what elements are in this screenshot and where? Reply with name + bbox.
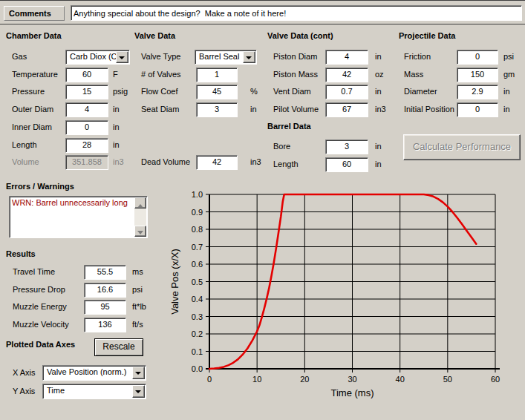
valve-seat-diam-unit: in xyxy=(250,105,257,114)
chamber-temperature-input[interactable]: 60 xyxy=(65,68,108,82)
barrel-bore-input[interactable]: 3 xyxy=(325,140,368,154)
projectile-initial-position-label: Initial Position xyxy=(404,105,454,114)
valve_cont-piston-diam-label: Piston Diam xyxy=(273,52,317,61)
chamber-inner-diam-unit: in xyxy=(113,122,120,131)
tick-label: 0.0 xyxy=(192,364,203,373)
tick-label: 0.1 xyxy=(192,347,203,356)
x-axis-selected-value: Valve Position (norm.) xyxy=(47,367,126,376)
barrel-bore-unit: in xyxy=(375,142,382,151)
barrel-length-label: Length xyxy=(273,160,299,168)
chamber-pressure-input[interactable]: 15 xyxy=(65,85,108,99)
tick-label: 0.9 xyxy=(192,208,203,217)
projectile-mass-label: Mass xyxy=(404,70,423,79)
valve-flow-coef-input[interactable]: 45 xyxy=(196,85,238,99)
barrel-length-input[interactable]: 60 xyxy=(325,157,368,172)
valve_cont-piston-mass-input[interactable]: 42 xyxy=(325,68,368,82)
valve_cont-pilot-volume-unit: in3 xyxy=(375,105,386,114)
projectile-header: Projectile Data xyxy=(399,31,455,40)
calculate-performance-button: Calculate Performance xyxy=(403,134,521,160)
chamber-length-label: Length xyxy=(12,140,37,149)
scroll-down-button[interactable] xyxy=(134,226,146,237)
rescale-button[interactable]: Rescale xyxy=(94,338,143,356)
valve-flow-coef-unit: % xyxy=(250,87,258,96)
results-muzzle-energy-input[interactable]: 95 xyxy=(84,300,126,315)
x-axis-label: X Axis xyxy=(13,368,36,377)
valve-seat-diam-label: Seat Diam xyxy=(141,105,179,114)
chevron-down-icon xyxy=(243,51,255,63)
chamber-outer-diam-input[interactable]: 4 xyxy=(65,102,108,117)
projectile-friction-input[interactable]: 0 xyxy=(457,50,498,65)
chamber-header: Chamber Data xyxy=(6,31,62,40)
tick-label: 0.3 xyxy=(192,312,203,321)
chamber-pressure-unit: psig xyxy=(113,87,128,96)
chamber-volume-label: Volume xyxy=(12,157,39,166)
projectile-friction-label: Friction xyxy=(404,52,431,61)
y-axis-select[interactable]: Time xyxy=(42,384,146,399)
chamber-gas-select[interactable]: Carb Diox (CO xyxy=(65,50,130,65)
chevron-down-icon xyxy=(132,367,145,379)
valve_cont-piston-diam-unit: in xyxy=(375,52,382,61)
chamber-inner-diam-label: Inner Diam xyxy=(12,122,52,131)
projectile-diameter-unit: in xyxy=(503,87,510,96)
valve-valve-type-select[interactable]: Barrel Seal xyxy=(195,50,257,65)
chamber-length-unit: in xyxy=(113,140,120,149)
y-axis-label: Y Axis xyxy=(13,387,35,396)
projectile-mass-unit: gm xyxy=(503,70,515,79)
chamber-volume-unit: in3 xyxy=(113,157,124,166)
tick-label: 0.8 xyxy=(192,225,203,234)
tick-label: 0.7 xyxy=(192,243,203,252)
valve-position-chart: 0.00.10.20.30.40.50.60.70.80.91.00102030… xyxy=(169,184,525,420)
plot-canvas: 0.00.10.20.30.40.50.60.70.80.91.00102030… xyxy=(169,184,525,420)
valve_cont-piston-diam-input[interactable]: 4 xyxy=(325,50,368,65)
x-axis-select[interactable]: Valve Position (norm.) xyxy=(42,365,146,381)
results-muzzle-velocity-unit: ft/s xyxy=(132,320,143,329)
barrel-header: Barrel Data xyxy=(267,122,311,131)
hgdt-main-window: Comments Chamber DataGasCarb Diox (COTem… xyxy=(0,0,525,420)
valve_cont-pilot-volume-input[interactable]: 67 xyxy=(325,102,368,117)
projectile-friction-unit: psi xyxy=(503,52,514,61)
valve_cont-vent-diam-input[interactable]: 0.7 xyxy=(325,85,368,99)
chamber-inner-diam-input[interactable]: 0 xyxy=(65,120,108,135)
results-pressure-drop-input[interactable]: 16.6 xyxy=(84,283,126,298)
results-travel-time-label: Travel Time xyxy=(13,267,55,276)
tick-label: 40 xyxy=(396,375,405,384)
chevron-down-icon xyxy=(132,385,145,398)
valve-dead-volume-input[interactable]: 42 xyxy=(196,155,238,170)
errors-warnings-box[interactable]: WRN: Barrel unnecessarily long xyxy=(9,196,148,238)
valve-header: Valve Data xyxy=(134,31,175,40)
results-travel-time-input[interactable]: 55.5 xyxy=(84,265,126,280)
results-muzzle-velocity-input[interactable]: 136 xyxy=(84,318,126,332)
projectile-diameter-input[interactable]: 2.9 xyxy=(457,85,498,99)
results-header: Results xyxy=(6,249,36,258)
valve_cont-piston-mass-label: Piston Mass xyxy=(273,70,318,79)
results-muzzle-energy-label: Muzzle Energy xyxy=(13,302,67,311)
valve-of-valves-input[interactable]: 1 xyxy=(196,68,238,82)
projectile-initial-position-input[interactable]: 0 xyxy=(457,102,498,117)
valve-valve-type-selected-value: Barrel Seal xyxy=(199,52,239,61)
tick-label: 0 xyxy=(207,375,212,384)
chamber-volume-input: 351.858 xyxy=(65,155,108,170)
projectile-initial-position-unit: in xyxy=(503,105,510,114)
barrel-length-unit: in xyxy=(375,160,382,168)
projectile-mass-input[interactable]: 150 xyxy=(457,68,498,82)
warning-message: WRN: Barrel unnecessarily long xyxy=(12,198,134,208)
scroll-up-button[interactable] xyxy=(134,197,146,209)
tick-label: 10 xyxy=(252,375,261,384)
chamber-pressure-label: Pressure xyxy=(12,87,45,96)
tick-label: 60 xyxy=(491,375,500,384)
tick-label: 50 xyxy=(443,375,452,384)
valve_cont-piston-mass-unit: oz xyxy=(375,70,384,79)
comments-panel: Comments xyxy=(0,0,525,24)
scrollbar[interactable] xyxy=(134,197,146,237)
tick-label: 0.5 xyxy=(192,278,203,286)
projectile-diameter-label: Diameter xyxy=(404,87,437,96)
tick-label: 1.0 xyxy=(192,190,203,199)
valve_cont-vent-diam-label: Vent Diam xyxy=(273,87,311,96)
valve-of-valves-label: # of Valves xyxy=(141,70,181,79)
chamber-length-input[interactable]: 28 xyxy=(65,138,108,153)
comments-input[interactable] xyxy=(71,5,522,21)
valve-seat-diam-input[interactable]: 3 xyxy=(196,102,238,117)
valve-flow-coef-label: Flow Coef xyxy=(141,87,178,96)
results-muzzle-energy-unit: ft*lb xyxy=(132,302,146,311)
y-axis-title: Valve Pos (x/X) xyxy=(169,249,180,315)
